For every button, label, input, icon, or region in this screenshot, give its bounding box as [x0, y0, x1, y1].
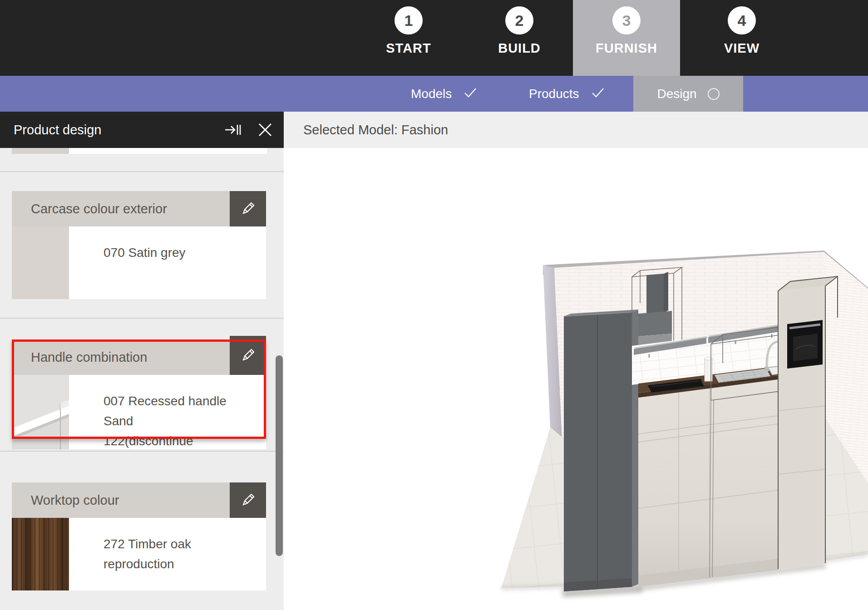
- step-view[interactable]: 4 VIEW: [688, 0, 795, 76]
- panel-title: Carcase colour exterior: [31, 202, 167, 216]
- edit-button[interactable]: [230, 191, 266, 226]
- subnav-item-models[interactable]: Models: [411, 76, 477, 112]
- step-build-number: 2: [505, 6, 533, 34]
- kitchen-3d-render: [284, 148, 868, 610]
- colour-swatch-satin-grey: [12, 226, 69, 299]
- kitchen-3d-viewport[interactable]: [284, 148, 868, 610]
- subnav-models-label: Models: [411, 87, 452, 101]
- step-furnish-active[interactable]: 3 FURNISH: [573, 0, 680, 76]
- value-line: 122(discontinue: [104, 431, 257, 451]
- subnav-item-products[interactable]: Products: [529, 76, 605, 112]
- close-icon[interactable]: [256, 120, 275, 139]
- step-furnish-number: 3: [612, 6, 641, 34]
- colour-swatch-timber-oak: [12, 518, 69, 590]
- step-view-label: VIEW: [724, 41, 760, 56]
- panel-header: Handle combination: [12, 339, 266, 375]
- step-start[interactable]: 1 START: [355, 0, 462, 76]
- option-panel-carcase-colour: Carcase colour exterior 070 Satin grey: [12, 191, 266, 299]
- option-panel-worktop-colour: Worktop colour 272 Timber oak reproducti…: [12, 482, 266, 590]
- option-panel-handle-combination: Handle combination 007 Recessed handle S…: [12, 339, 266, 449]
- subnav-tab-design-active[interactable]: Design: [633, 76, 743, 112]
- product-design-sidebar: Product design Carcase colour exterior: [0, 112, 284, 610]
- panel-body: 007 Recessed handle Sand 122(discontinue: [12, 375, 266, 449]
- sub-nav-bar: Models Products Design: [0, 76, 868, 112]
- selected-value: 272 Timber oak reproduction: [69, 518, 266, 590]
- selected-value: 007 Recessed handle Sand 122(discontinue: [69, 375, 266, 449]
- scrolled-panel-swatch-remnant: [12, 148, 69, 154]
- step-build-label: BUILD: [498, 41, 541, 56]
- panel-title: Handle combination: [31, 350, 147, 365]
- step-furnish-label: FURNISH: [596, 41, 657, 56]
- sidebar-header: Product design: [0, 112, 284, 148]
- check-icon: [464, 87, 477, 101]
- panel-body: 070 Satin grey: [12, 226, 266, 299]
- panel-title: Worktop colour: [31, 493, 119, 508]
- subnav-products-label: Products: [529, 87, 579, 101]
- edit-button[interactable]: [230, 482, 266, 518]
- in-progress-circle-icon: [708, 88, 720, 100]
- section-divider: [0, 318, 284, 319]
- selected-value: 070 Satin grey: [69, 226, 266, 299]
- sidebar-scrollbar-thumb[interactable]: [276, 355, 283, 556]
- value-line: 007 Recessed handle Sand: [104, 391, 257, 431]
- panel-header: Worktop colour: [12, 482, 266, 518]
- collapse-panel-icon[interactable]: [224, 120, 243, 139]
- step-view-number: 4: [728, 6, 756, 34]
- subnav-design-label: Design: [657, 87, 696, 101]
- check-icon: [591, 87, 605, 101]
- panel-header: Carcase colour exterior: [12, 191, 266, 226]
- handle-photo-swatch: [12, 375, 69, 449]
- value-line: 070 Satin grey: [104, 243, 257, 263]
- value-line: reproduction: [104, 554, 257, 574]
- section-divider: [0, 171, 284, 172]
- step-header-bar: 1 START 2 BUILD 3 FURNISH 4 VIEW: [0, 0, 868, 76]
- step-start-label: START: [386, 41, 431, 56]
- selected-model-bar: Selected Model: Fashion: [284, 112, 868, 148]
- edit-button[interactable]: [230, 336, 266, 375]
- sidebar-title: Product design: [14, 123, 101, 138]
- value-line: 272 Timber oak: [104, 534, 257, 554]
- step-build[interactable]: 2 BUILD: [466, 0, 573, 76]
- selected-model-label: Selected Model: Fashion: [303, 123, 448, 138]
- panel-body: 272 Timber oak reproduction: [12, 518, 266, 590]
- step-start-number: 1: [395, 6, 423, 34]
- scrolled-panel-remnant: [69, 148, 267, 154]
